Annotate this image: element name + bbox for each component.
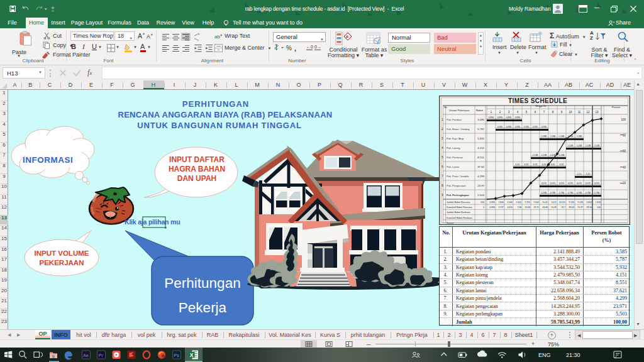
svg-text:12: 12	[586, 111, 590, 114]
svg-text:1.038: 1.038	[594, 145, 600, 147]
svg-text:14.51: 14.51	[552, 201, 557, 204]
svg-text:6.32: 6.32	[516, 163, 520, 166]
svg-text:5.101: 5.101	[516, 201, 522, 204]
svg-text:Prosen.: Prosen.	[612, 106, 621, 109]
svg-text:Klik aja pilihan mu: Klik aja pilihan mu	[125, 218, 180, 226]
svg-text:100: 100	[597, 206, 601, 209]
svg-text:1.186: 1.186	[541, 135, 547, 138]
svg-text:←0: ←0	[306, 45, 313, 49]
svg-text:%: %	[286, 45, 292, 52]
svg-text:TIMES SCHEDULE: TIMES SCHEDULE	[508, 97, 567, 104]
svg-text:Ae: Ae	[83, 353, 89, 358]
svg-text:≠: ≠	[346, 34, 349, 40]
svg-text:6.32: 6.32	[560, 163, 564, 166]
svg-text:No.: No.	[444, 106, 448, 109]
svg-text:3.975: 3.975	[559, 182, 565, 185]
svg-text:2.15: 2.15	[586, 173, 591, 175]
svg-text:5.503: 5.503	[477, 194, 484, 197]
svg-text:100: 100	[621, 118, 626, 121]
svg-text:Jumlah Bobot Realisasi: Jumlah Bobot Realisasi	[447, 211, 470, 214]
svg-text:100: 100	[480, 201, 484, 204]
svg-text:6.32: 6.32	[542, 163, 547, 166]
svg-text:10.41: 10.41	[543, 201, 548, 204]
svg-text:9.126: 9.126	[569, 201, 575, 204]
svg-text:21:30: 21:30	[566, 352, 580, 358]
svg-text:4.151: 4.151	[477, 146, 484, 150]
svg-text:1.186: 1.186	[550, 135, 556, 138]
svg-text:DAN UPAH: DAN UPAH	[177, 174, 216, 183]
svg-text:Jumlah Bobot Rencana: Jumlah Bobot Rencana	[447, 201, 470, 204]
svg-text:0.965: 0.965	[533, 126, 538, 128]
svg-text:6.32: 6.32	[533, 163, 538, 166]
svg-text:92.37: 92.37	[578, 206, 584, 209]
svg-text:2.138: 2.138	[533, 154, 538, 156]
svg-text:4.610: 4.610	[508, 206, 513, 209]
svg-text:HAGRA BAHAN: HAGRA BAHAN	[169, 165, 225, 173]
svg-text:23.97: 23.97	[477, 184, 484, 187]
svg-text:20.08: 20.08	[525, 206, 531, 209]
svg-text:10: 10	[569, 111, 572, 114]
svg-text:8.551: 8.551	[477, 156, 484, 159]
svg-text:INPUT DAFTAR: INPUT DAFTAR	[169, 155, 225, 164]
svg-text:Pek. Loteng: Pek. Loteng	[447, 146, 460, 150]
svg-text:1.186: 1.186	[559, 135, 565, 138]
svg-text:Bobot: Bobot	[476, 109, 484, 112]
svg-text:Minggu Ke: Minggu Ke	[535, 105, 546, 107]
svg-text:0.786: 0.786	[586, 192, 591, 194]
svg-text:INPUT VOLUME: INPUT VOLUME	[35, 250, 89, 257]
svg-text:3.975: 3.975	[541, 182, 547, 185]
svg-text:5.932: 5.932	[477, 137, 484, 140]
svg-text:1.660: 1.660	[499, 201, 504, 204]
svg-text:43.06: 43.06	[543, 206, 548, 209]
svg-text:,: ,	[294, 45, 296, 52]
svg-text:Pekerja: Pekerja	[179, 300, 227, 315]
svg-text:0.965: 0.965	[506, 126, 512, 128]
svg-text:2.138: 2.138	[550, 154, 556, 156]
svg-text:7.255: 7.255	[525, 201, 531, 204]
svg-text:Kumulatif Bobot Realisasi: Kumulatif Bobot Realisasi	[447, 217, 472, 219]
svg-text:29.71: 29.71	[534, 206, 540, 209]
svg-text:20: 20	[623, 182, 626, 185]
svg-text:1.186: 1.186	[577, 135, 582, 138]
svg-text:80: 80	[623, 134, 626, 137]
svg-text:Pek. Kap / Atap: Pek. Kap / Atap	[447, 137, 464, 140]
svg-text:3.975: 3.975	[550, 182, 556, 185]
svg-text:0.786: 0.786	[594, 192, 600, 194]
svg-text:Pek. Pintu / Jendela: Pek. Pintu / Jendela	[447, 175, 469, 178]
svg-text:X: X	[190, 352, 194, 358]
svg-text:0.965: 0.965	[541, 126, 547, 128]
svg-text:0: 0	[483, 206, 484, 209]
svg-text:3.975: 3.975	[568, 182, 574, 185]
svg-text:0.786: 0.786	[577, 192, 582, 194]
svg-text:7.08: 7.08	[517, 206, 521, 209]
svg-text:9.126: 9.126	[578, 201, 584, 204]
svg-text:2.15: 2.15	[577, 173, 582, 175]
svg-text:40: 40	[623, 166, 626, 169]
svg-text:4.299: 4.299	[477, 175, 484, 178]
svg-text:INFORMASI: INFORMASI	[23, 155, 73, 165]
svg-text:ENG: ENG	[538, 352, 551, 358]
svg-text:98.16: 98.16	[587, 206, 592, 209]
svg-text:60: 60	[623, 150, 626, 153]
svg-text:0.890: 0.890	[497, 116, 503, 119]
svg-text:74.7: 74.7	[561, 206, 565, 209]
svg-text:0.890: 0.890	[515, 116, 521, 119]
svg-text:Pek. Plesteran: Pek. Plesteran	[447, 156, 463, 159]
svg-text:1.500: 1.500	[508, 201, 513, 204]
svg-text:37.62: 37.62	[477, 165, 484, 168]
svg-text:0.965: 0.965	[524, 126, 530, 128]
svg-text:11: 11	[578, 111, 581, 114]
svg-text:0.890: 0.890	[489, 116, 494, 119]
svg-text:3.975: 3.975	[586, 182, 591, 185]
svg-text:2.138: 2.138	[541, 154, 547, 156]
svg-text:Pek. Perlengkapan: Pek. Perlengkapan	[447, 194, 469, 197]
svg-text:5.802: 5.802	[587, 201, 592, 204]
svg-text:3.737: 3.737	[499, 206, 504, 209]
svg-text:6.32: 6.32	[551, 163, 555, 166]
svg-text:5.787: 5.787	[477, 128, 484, 131]
svg-text:9.502: 9.502	[534, 201, 540, 204]
svg-text:1.038: 1.038	[586, 145, 591, 147]
svg-text:0.786: 0.786	[541, 192, 547, 194]
svg-text:1.824: 1.824	[596, 201, 601, 204]
svg-text:3.975: 3.975	[577, 182, 582, 185]
